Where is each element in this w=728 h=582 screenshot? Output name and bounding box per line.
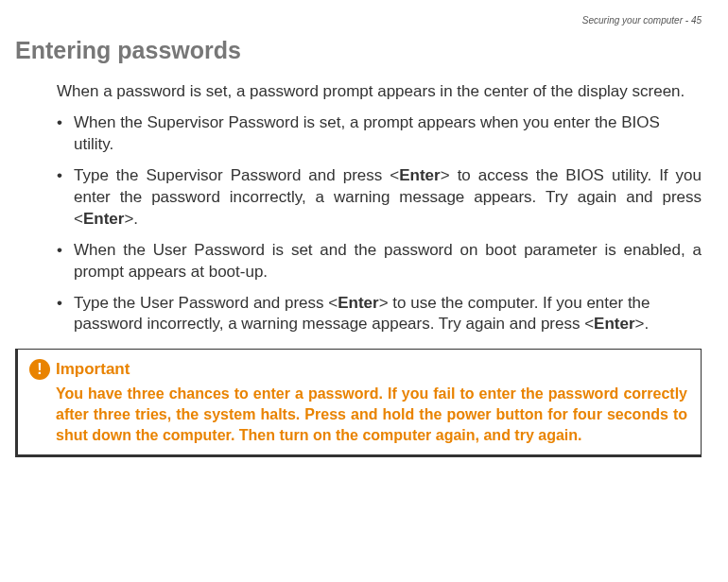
important-callout: ! Important You have three chances to en… xyxy=(15,349,702,457)
list-item-text-pre: Type the User Password and press < xyxy=(74,294,338,312)
list-item-text: When the User Password is set and the pa… xyxy=(74,241,702,281)
enter-key: Enter xyxy=(83,210,124,228)
list-item: Type the User Password and press <Enter>… xyxy=(57,293,702,336)
enter-key: Enter xyxy=(594,315,634,333)
important-label: Important xyxy=(56,360,130,379)
list-item-text-pre: Type the Supervisor Password and press < xyxy=(74,166,399,184)
bullet-list: When the Supervisor Password is set, a p… xyxy=(57,112,702,335)
enter-key: Enter xyxy=(399,166,440,184)
list-item-text: When the Supervisor Password is set, a p… xyxy=(74,113,660,153)
list-item: When the Supervisor Password is set, a p… xyxy=(57,112,702,156)
important-header-row: ! Important xyxy=(31,359,687,380)
exclamation-icon: ! xyxy=(29,359,50,380)
page-title: Entering passwords xyxy=(15,37,702,64)
enter-key: Enter xyxy=(338,294,378,312)
list-item: When the User Password is set and the pa… xyxy=(57,240,702,283)
list-item-text-post: >. xyxy=(124,210,138,228)
important-body-text: You have three chances to enter a passwo… xyxy=(56,384,687,445)
list-item: Type the Supervisor Password and press <… xyxy=(57,165,702,231)
list-item-text-post: >. xyxy=(635,315,650,333)
intro-paragraph: When a password is set, a password promp… xyxy=(57,81,702,103)
breadcrumb: Securing your computer - 45 xyxy=(15,15,702,26)
